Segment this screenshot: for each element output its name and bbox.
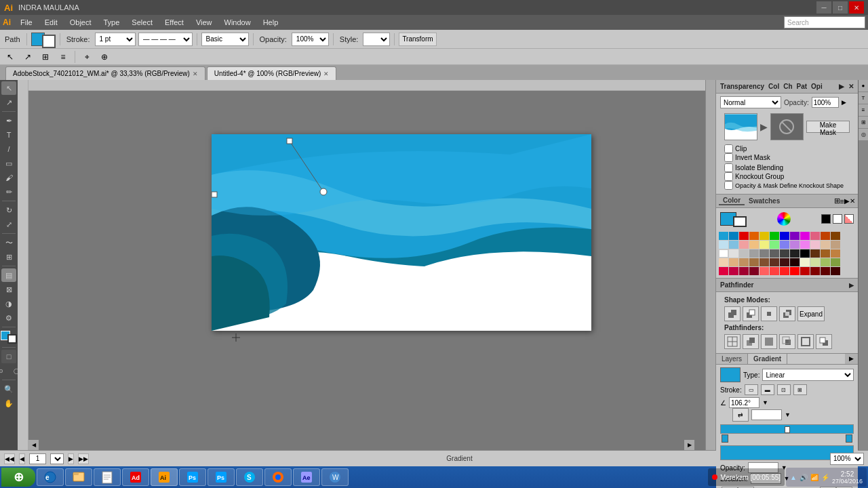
outline-btn[interactable] [797,334,814,349]
layers-panel-menu[interactable]: ▶ [845,354,858,364]
swatch[interactable] [739,249,749,258]
swatch[interactable] [760,249,769,258]
taskbar-aftereffects[interactable]: Ae [293,468,320,486]
stroke-weight-select[interactable]: 1 pt [95,33,136,46]
swatch[interactable] [739,258,749,266]
swatch[interactable] [831,249,840,258]
swatch[interactable] [821,267,830,275]
swatch[interactable] [729,249,738,258]
swatch[interactable] [770,249,779,258]
menu-file[interactable]: File [15,17,38,28]
gradient-tab[interactable]: Gradient [748,354,787,364]
start-button[interactable]: ⊕ [1,468,35,487]
swatch[interactable] [821,258,830,266]
pencil-tool[interactable]: ✏ [1,185,16,199]
merge-btn[interactable] [761,334,777,349]
maximize-button[interactable]: □ [833,1,848,14]
invert-mask-checkbox[interactable] [724,153,733,162]
far-right-btn2[interactable]: T [859,92,868,104]
swatch[interactable] [749,249,759,258]
menu-effect[interactable]: Effect [159,17,189,28]
stroke-btn3[interactable]: ⊡ [777,384,791,395]
normal-mode[interactable]: □ [1,350,16,363]
stroke-indicator[interactable] [7,334,17,344]
stop-right[interactable] [846,434,852,443]
swatch[interactable] [770,258,779,266]
panel-menu-icon[interactable]: ▶ [839,83,844,90]
swatch[interactable] [749,258,759,266]
opacity-mask-label[interactable]: Opacity & Mask Define Knockout Shape [724,181,850,190]
swatch[interactable] [719,267,728,275]
direct-select-btn[interactable]: ↗ [20,49,35,64]
swatch[interactable] [800,241,810,249]
opi-tab[interactable]: Opi [811,83,823,90]
background-color[interactable] [733,216,747,227]
swatch[interactable] [821,249,830,258]
knockout-group-label[interactable]: Knockout Group [724,172,850,181]
clip-checkbox[interactable] [724,144,733,153]
clip-label[interactable]: Clip [724,144,854,153]
swatch[interactable] [719,241,728,249]
gradient-slider[interactable] [720,424,854,434]
swatch[interactable] [800,267,810,275]
transform-tool-btn[interactable]: ⌖ [79,49,94,64]
selection-tool[interactable]: ↖ [1,81,16,95]
swatch[interactable] [749,232,759,240]
direct-selection-tool[interactable]: ↗ [1,96,16,109]
mesh-tool[interactable]: ⊠ [1,283,16,296]
stroke-btn1[interactable]: ▭ [745,384,758,395]
brush-select[interactable]: Basic [201,33,249,46]
swatch[interactable] [810,267,820,275]
hand-tool[interactable]: ✋ [1,396,16,410]
crop-btn[interactable] [779,334,795,349]
angle-select-arrow[interactable]: ▼ [762,399,768,406]
swatch[interactable] [729,258,738,266]
swatch[interactable] [729,267,738,275]
swatch[interactable] [790,249,800,258]
nav-next-btn[interactable]: ▶ [68,453,74,464]
zoom-select[interactable]: 100% [830,453,864,465]
recording-indicator[interactable]: Merekam [00:05:55] [708,468,785,486]
swatch[interactable] [831,267,840,275]
swatch[interactable] [790,267,800,275]
taskbar-firefox[interactable] [264,468,292,486]
white-swatch[interactable] [833,214,842,224]
swatch[interactable] [760,232,769,240]
taskbar-acrobat[interactable]: Ad [122,468,149,486]
swatch[interactable] [739,232,749,240]
far-right-btn3[interactable]: ≡ [859,104,868,117]
paintbrush-tool[interactable]: 🖌 [1,171,16,184]
taskbar-skype[interactable]: S [236,468,263,486]
stroke-color[interactable] [42,35,56,48]
opacity-select[interactable]: 100% [292,33,329,46]
taskbar-photoshop1[interactable]: Ps [179,468,206,486]
nav-prev-btn2[interactable]: ◀ [19,453,25,464]
swatch[interactable] [739,241,749,249]
stroke-style-select[interactable]: — — — — [138,33,193,46]
tab-2[interactable]: Untitled-4* @ 100% (RGB/Preview) ✕ [207,66,336,80]
minus-back-btn[interactable] [816,334,832,349]
layers-tab[interactable]: Layers [716,354,748,364]
exclude-btn[interactable] [779,306,795,321]
draw-inside[interactable]: ⊙ [0,364,9,378]
scale-tool[interactable]: ⤢ [1,218,16,231]
opacity-mask-checkbox[interactable] [724,181,733,190]
swatch[interactable] [760,258,769,266]
swatches-tab[interactable]: Swatches [745,197,784,205]
color-mode-icon[interactable] [777,212,791,226]
swatch[interactable] [831,258,840,266]
pf-panel-menu[interactable]: ▶ [849,282,854,289]
swatch[interactable] [780,249,789,258]
swatch[interactable] [821,241,830,249]
minimize-button[interactable]: ─ [816,1,831,14]
stroke-btn2[interactable]: ▬ [761,384,774,395]
swatch[interactable] [821,232,830,240]
artboard-select[interactable]: ▼ [50,453,64,464]
color-panel-menu[interactable]: ▶ [844,197,850,205]
swatch[interactable] [790,241,800,249]
reverse-btn[interactable]: ⇄ [732,408,749,422]
rotate-tool[interactable]: ↻ [1,203,16,217]
swatch[interactable] [780,258,789,266]
taskbar-ie[interactable]: e [37,468,64,486]
menu-object[interactable]: Object [64,17,97,28]
